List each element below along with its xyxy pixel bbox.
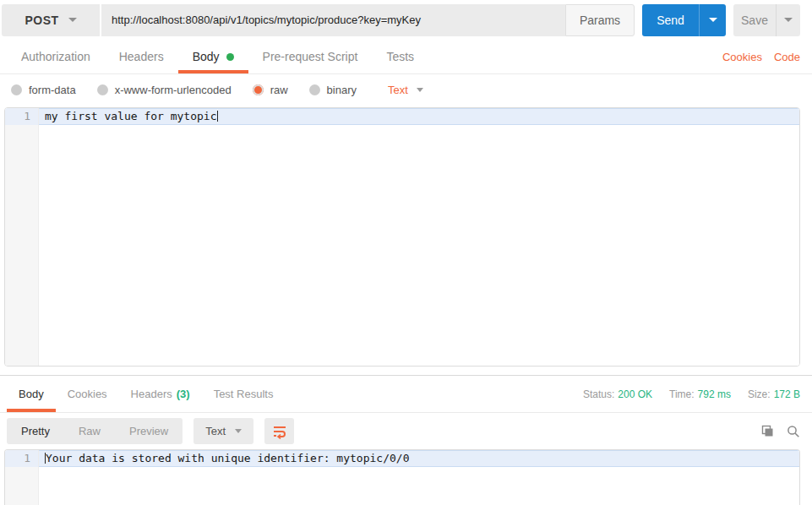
method-select[interactable]: POST [2, 4, 100, 36]
viewer-line[interactable]: Your data is stored with unique identifi… [39, 450, 799, 467]
editor-code-area[interactable]: my first value for mytopic [39, 108, 799, 366]
status-label: Status: [583, 388, 614, 400]
response-tab-test-results[interactable]: Test Results [202, 376, 286, 412]
view-raw[interactable]: Raw [64, 418, 115, 444]
mode-x-www-form-urlencoded[interactable]: x-www-form-urlencoded [97, 84, 232, 96]
time-label: Time: [669, 388, 695, 400]
body-has-content-dot [226, 53, 234, 61]
viewer-code-area[interactable]: Your data is stored with unique identifi… [39, 450, 799, 505]
search-button[interactable] [787, 425, 800, 438]
response-type-dropdown[interactable]: Text [193, 418, 253, 444]
tab-label: Body [19, 388, 44, 400]
radio-icon [11, 84, 22, 95]
response-tab-headers[interactable]: Headers (3) [119, 376, 202, 412]
tab-headers[interactable]: Headers [105, 40, 178, 73]
search-icon [787, 425, 800, 438]
chevron-down-icon [235, 429, 242, 433]
response-tab-cookies[interactable]: Cookies [56, 376, 119, 412]
time-badge: Time:792 ms [669, 388, 731, 400]
tab-authorization[interactable]: Authorization [7, 40, 105, 73]
chevron-down-icon [784, 18, 793, 22]
time-value: 792 ms [698, 388, 731, 400]
response-section: Body Cookies Headers (3) Test Results St… [0, 375, 812, 505]
cookies-link[interactable]: Cookies [722, 51, 762, 63]
radio-icon [97, 84, 108, 95]
wrap-text-icon [272, 424, 287, 439]
headers-count-badge: (3) [177, 388, 190, 400]
radio-selected-icon [253, 84, 264, 95]
tab-pre-request-script[interactable]: Pre-request Script [248, 40, 373, 73]
tab-label: Body [193, 50, 220, 63]
line-number: 1 [5, 450, 38, 467]
mode-form-data[interactable]: form-data [11, 84, 76, 96]
size-label: Size: [748, 388, 771, 400]
response-tab-body[interactable]: Body [7, 376, 56, 412]
chevron-down-icon [417, 88, 423, 92]
tab-label: Headers [119, 50, 164, 63]
chevron-down-icon [68, 18, 77, 22]
response-type-label: Text [205, 425, 226, 437]
editor-line[interactable]: my first value for mytopic [39, 108, 799, 125]
send-label: Send [657, 14, 684, 27]
size-value: 172 B [774, 388, 800, 400]
send-button-group: Send [642, 4, 726, 36]
tab-body[interactable]: Body [178, 40, 248, 73]
save-options-button[interactable] [776, 4, 800, 36]
view-preview[interactable]: Preview [115, 418, 183, 444]
view-pretty[interactable]: Pretty [7, 418, 64, 444]
mode-label: binary [327, 84, 357, 96]
response-body-viewer: 1 Your data is stored with unique identi… [4, 449, 800, 505]
response-toolbar: Pretty Raw Preview Text [0, 413, 812, 449]
raw-type-label: Text [388, 84, 408, 96]
copy-icon [760, 425, 774, 438]
code-link[interactable]: Code [774, 51, 800, 63]
raw-type-dropdown[interactable]: Text [388, 84, 423, 96]
mode-binary[interactable]: binary [309, 84, 357, 96]
response-tabs: Body Cookies Headers (3) Test Results St… [0, 376, 812, 413]
copy-button[interactable] [760, 425, 774, 438]
editor-gutter: 1 [5, 108, 39, 366]
response-meta: Status:200 OK Time:792 ms Size:172 B [583, 376, 812, 412]
status-value: 200 OK [618, 388, 652, 400]
params-button[interactable]: Params [565, 4, 635, 36]
text-cursor [217, 111, 218, 122]
status-badge: Status:200 OK [583, 388, 652, 400]
mode-label: x-www-form-urlencoded [115, 84, 232, 96]
mode-label: form-data [29, 84, 76, 96]
radio-icon [309, 84, 320, 95]
method-label: POST [25, 14, 58, 27]
view-mode-group: Pretty Raw Preview [7, 418, 183, 444]
tab-label: Authorization [21, 50, 90, 63]
body-mode-row: form-data x-www-form-urlencoded raw bina… [0, 74, 812, 105]
url-input[interactable] [101, 4, 565, 36]
send-options-button[interactable] [699, 4, 726, 36]
tab-label: Cookies [68, 388, 107, 400]
viewer-gutter: 1 [5, 450, 39, 505]
wrap-text-button[interactable] [264, 418, 294, 444]
mode-label: raw [270, 84, 288, 96]
size-badge: Size:172 B [748, 388, 800, 400]
tab-label: Test Results [214, 388, 274, 400]
response-toolbar-right [760, 425, 800, 438]
viewer-line-text: Your data is stored with unique identifi… [46, 452, 409, 464]
tab-label: Headers [131, 388, 172, 400]
request-tabs: Authorization Headers Body Pre-request S… [0, 40, 812, 74]
tab-label: Pre-request Script [263, 50, 358, 63]
mode-raw[interactable]: raw [253, 84, 288, 96]
request-url-bar: POST Params Send Save [0, 0, 812, 40]
save-button[interactable]: Save [733, 4, 776, 36]
tabs-right-links: Cookies Code [722, 40, 812, 73]
editor-line-text: my first value for mytopic [45, 110, 217, 122]
tab-tests[interactable]: Tests [372, 40, 428, 73]
chevron-down-icon [709, 18, 717, 22]
url-field-wrap [101, 4, 565, 36]
save-label: Save [741, 14, 768, 27]
tab-label: Tests [386, 50, 414, 63]
params-label: Params [580, 14, 620, 27]
request-body-editor: 1 my first value for mytopic [4, 107, 800, 367]
save-button-group: Save [733, 4, 800, 36]
line-number: 1 [5, 108, 38, 125]
send-button[interactable]: Send [642, 4, 699, 36]
